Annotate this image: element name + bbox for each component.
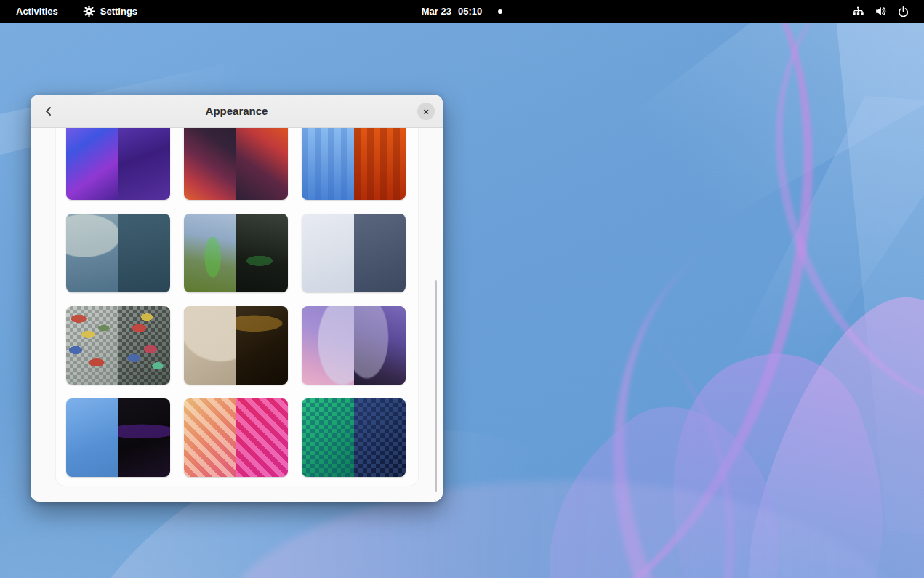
wallpaper-shape bbox=[626, 331, 924, 578]
wallpaper-grid bbox=[56, 128, 418, 477]
settings-window: Appearance × bbox=[31, 95, 443, 502]
wallpaper-light-half bbox=[302, 214, 354, 292]
wallpaper-light-half bbox=[302, 306, 354, 385]
wallpaper-shape bbox=[718, 23, 924, 455]
wallpaper-shape bbox=[493, 23, 924, 393]
wallpaper-card bbox=[56, 128, 418, 486]
header-bar: Appearance × bbox=[31, 95, 443, 128]
wallpaper-dark-half bbox=[236, 306, 289, 385]
window-title: Appearance bbox=[31, 105, 443, 117]
wallpaper-thumbnail-purple-pixel-abstract[interactable] bbox=[66, 128, 170, 200]
notification-dot-icon bbox=[498, 9, 502, 14]
wallpaper-dark-half bbox=[236, 128, 289, 200]
wallpaper-dark-half bbox=[236, 214, 289, 292]
wallpaper-dark-half bbox=[354, 214, 406, 292]
wallpaper-light-half bbox=[302, 128, 354, 200]
wallpaper-light-half bbox=[302, 398, 354, 477]
appearance-content bbox=[31, 128, 443, 501]
wallpaper-dark-half bbox=[118, 398, 171, 477]
wallpaper-thumbnail-steel-blue-shards[interactable] bbox=[66, 214, 170, 292]
wallpaper-light-half bbox=[66, 128, 118, 200]
clock-button[interactable]: Mar 23 05:10 bbox=[414, 3, 510, 20]
wallpaper-thumbnail-blue-dark-silk[interactable] bbox=[66, 398, 170, 477]
wallpaper-dark-half bbox=[118, 128, 171, 200]
wallpaper-thumbnail-blue-orange-drips[interactable] bbox=[302, 128, 406, 200]
clock-date: Mar 23 bbox=[422, 6, 451, 17]
wallpaper-light-half bbox=[66, 214, 118, 292]
scrollbar-thumb[interactable] bbox=[435, 280, 437, 492]
wallpaper-shape bbox=[714, 23, 924, 547]
wallpaper-light-half bbox=[184, 214, 236, 292]
wallpaper-light-half bbox=[184, 128, 236, 200]
wallpaper-thumbnail-pink-chain-links[interactable] bbox=[184, 398, 288, 477]
wallpaper-light-half bbox=[184, 398, 236, 477]
clock-time: 05:10 bbox=[458, 6, 482, 17]
close-icon: × bbox=[423, 107, 429, 116]
close-button[interactable]: × bbox=[417, 103, 435, 120]
wallpaper-light-half bbox=[184, 306, 236, 385]
wallpaper-shape bbox=[491, 90, 924, 578]
clock-label: Mar 23 05:10 bbox=[422, 6, 482, 17]
wallpaper-thumbnail-green-glass-fronds[interactable] bbox=[184, 214, 288, 292]
wallpaper-dark-half bbox=[354, 306, 406, 385]
wallpaper-thumbnail-isometric-mosaic[interactable] bbox=[66, 306, 170, 385]
wallpaper-light-half bbox=[66, 306, 118, 385]
wallpaper-shape bbox=[608, 68, 924, 456]
wallpaper-thumbnail-beige-dune[interactable] bbox=[184, 306, 288, 385]
wallpaper-thumbnail-green-navy-checker[interactable] bbox=[302, 398, 406, 477]
wallpaper-dark-half bbox=[118, 214, 171, 292]
wallpaper-thumbnail-purple-sky-feather[interactable] bbox=[302, 306, 406, 385]
wallpaper-dark-half bbox=[118, 306, 171, 385]
wallpaper-dark-half bbox=[236, 398, 289, 477]
top-bar-center: Mar 23 05:10 bbox=[0, 0, 924, 23]
top-bar: Activities bbox=[0, 0, 924, 23]
back-button[interactable] bbox=[38, 100, 60, 122]
wallpaper-light-half bbox=[66, 398, 118, 477]
wallpaper-shape bbox=[491, 375, 840, 578]
wallpaper-shape bbox=[723, 273, 924, 578]
chevron-left-icon bbox=[43, 105, 55, 117]
wallpaper-thumbnail-silver-feather[interactable] bbox=[302, 214, 406, 292]
wallpaper-dark-half bbox=[354, 398, 406, 477]
wallpaper-dark-half bbox=[354, 128, 406, 200]
wallpaper-thumbnail-dark-lava-waves[interactable] bbox=[184, 128, 288, 200]
